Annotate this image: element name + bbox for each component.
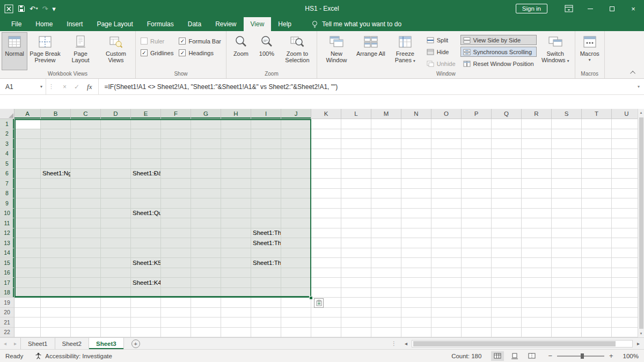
cell-R7[interactable] <box>522 179 552 189</box>
undo-dropdown-icon[interactable]: ▾ <box>36 6 38 11</box>
cell-F16[interactable] <box>161 268 191 278</box>
cell-Q17[interactable] <box>492 278 522 288</box>
cell-J4[interactable] <box>281 149 311 159</box>
page-break-preview-shortcut[interactable] <box>525 351 538 361</box>
cell-G1[interactable] <box>191 119 221 129</box>
cell-Q20[interactable] <box>492 308 522 318</box>
zoom-slider-thumb[interactable] <box>581 353 584 359</box>
cell-J2[interactable] <box>281 129 311 139</box>
row-header-14[interactable]: 14 <box>0 248 14 258</box>
cell-S18[interactable] <box>552 288 582 298</box>
tab-data[interactable]: Data <box>181 17 208 31</box>
cell-U7[interactable] <box>612 179 638 189</box>
cell-T5[interactable] <box>582 159 612 169</box>
cell-N7[interactable] <box>401 179 431 189</box>
cell-J12[interactable] <box>281 228 311 239</box>
column-header-S[interactable]: S <box>552 109 582 119</box>
vertical-scroll-thumb[interactable] <box>639 117 643 329</box>
cell-J21[interactable] <box>281 317 311 328</box>
cell-B14[interactable] <box>41 248 71 258</box>
cell-H20[interactable] <box>221 308 251 318</box>
cell-K15[interactable] <box>311 258 341 268</box>
cell-R10[interactable] <box>522 209 552 219</box>
cell-D6[interactable] <box>101 169 131 179</box>
cell-J11[interactable] <box>281 218 311 228</box>
cell-R21[interactable] <box>522 317 552 328</box>
cell-O1[interactable] <box>431 119 462 129</box>
cell-J3[interactable] <box>281 139 311 149</box>
cell-B2[interactable] <box>41 129 71 139</box>
cell-R9[interactable] <box>522 198 552 209</box>
cell-T8[interactable] <box>582 189 612 199</box>
cell-P3[interactable] <box>462 139 492 149</box>
cell-L17[interactable] <box>341 278 371 288</box>
cell-P18[interactable] <box>462 288 492 298</box>
cell-F14[interactable] <box>161 248 191 258</box>
cell-N4[interactable] <box>401 149 431 159</box>
cell-H8[interactable] <box>221 189 251 199</box>
row-header-11[interactable]: 11 <box>0 218 14 228</box>
cell-Q5[interactable] <box>492 159 522 169</box>
cell-F22[interactable] <box>161 328 191 338</box>
formula-bar-splitter[interactable]: ⋮ <box>46 79 56 94</box>
cell-R3[interactable] <box>522 139 552 149</box>
cell-S19[interactable] <box>552 298 582 308</box>
page-break-preview-button[interactable]: Page Break Preview <box>27 32 63 70</box>
zoom-slider[interactable] <box>557 356 604 357</box>
cell-P15[interactable] <box>462 258 492 268</box>
cell-F2[interactable] <box>161 129 191 139</box>
cell-G18[interactable] <box>191 288 221 298</box>
cell-S6[interactable] <box>552 169 582 179</box>
cell-P16[interactable] <box>462 268 492 278</box>
cell-R18[interactable] <box>522 288 552 298</box>
cell-L4[interactable] <box>341 149 371 159</box>
cell-I13[interactable]: Sheet1:Th <box>251 238 281 248</box>
cell-A7[interactable] <box>14 179 41 189</box>
cell-F20[interactable] <box>161 308 191 318</box>
cell-O18[interactable] <box>431 288 462 298</box>
cell-R22[interactable] <box>522 328 552 338</box>
cell-P6[interactable] <box>462 169 492 179</box>
cell-F11[interactable] <box>161 218 191 228</box>
cell-P21[interactable] <box>462 317 492 328</box>
tab-split-handle[interactable]: ⋮ <box>387 341 400 346</box>
cell-S1[interactable] <box>552 119 582 129</box>
cell-N9[interactable] <box>401 198 431 209</box>
split-button[interactable]: Split <box>424 35 458 45</box>
cell-E15[interactable]: Sheet1:K5 <box>131 258 161 268</box>
cell-J7[interactable] <box>281 179 311 189</box>
cell-S21[interactable] <box>552 317 582 328</box>
cell-C20[interactable] <box>71 308 101 318</box>
cell-G6[interactable] <box>191 169 221 179</box>
cell-P11[interactable] <box>462 218 492 228</box>
cell-F13[interactable] <box>161 238 191 248</box>
new-sheet-button[interactable]: + <box>131 339 140 348</box>
select-all-button[interactable] <box>0 109 14 119</box>
sheet-tab-sheet1[interactable]: Sheet1 <box>20 338 55 349</box>
cell-N10[interactable] <box>401 209 431 219</box>
cell-Q11[interactable] <box>492 218 522 228</box>
cell-D1[interactable] <box>101 119 131 129</box>
cell-M10[interactable] <box>371 209 401 219</box>
custom-views-button[interactable]: Custom Views <box>98 32 134 70</box>
reset-window-position-button[interactable]: Reset Window Position <box>460 58 537 69</box>
cell-E22[interactable] <box>131 328 161 338</box>
cell-C10[interactable] <box>71 209 101 219</box>
cell-L10[interactable] <box>341 209 371 219</box>
cell-B22[interactable] <box>41 328 71 338</box>
zoom-level[interactable]: 100% <box>623 353 639 359</box>
column-header-P[interactable]: P <box>462 109 492 119</box>
cell-A1[interactable] <box>14 119 41 129</box>
cell-R13[interactable] <box>522 238 552 248</box>
cell-D12[interactable] <box>101 228 131 239</box>
paste-options-button[interactable] <box>314 298 324 308</box>
cell-G20[interactable] <box>191 308 221 318</box>
row-header-1[interactable]: 1 <box>0 119 14 129</box>
cell-D17[interactable] <box>101 278 131 288</box>
cell-L11[interactable] <box>341 218 371 228</box>
row-header-17[interactable]: 17 <box>0 278 14 288</box>
cell-C16[interactable] <box>71 268 101 278</box>
cell-H9[interactable] <box>221 198 251 209</box>
cell-E6[interactable]: Sheet1:Đà <box>131 169 161 179</box>
cell-T12[interactable] <box>582 228 612 239</box>
